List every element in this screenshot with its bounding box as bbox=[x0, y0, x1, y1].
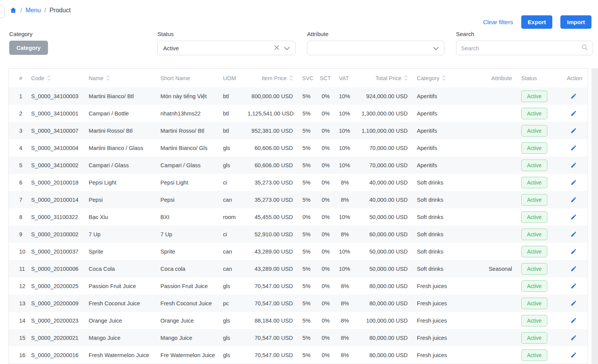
cell-action bbox=[553, 208, 588, 226]
cell-status: Active bbox=[517, 226, 553, 243]
status-badge[interactable]: Active bbox=[521, 194, 547, 206]
column-header-category[interactable]: Category bbox=[412, 69, 474, 87]
edit-pencil-icon[interactable] bbox=[569, 195, 578, 204]
breadcrumb-separator: / bbox=[20, 7, 22, 14]
export-button[interactable]: Export bbox=[521, 15, 553, 29]
status-select[interactable]: Active bbox=[157, 41, 296, 55]
status-badge[interactable]: Active bbox=[521, 160, 547, 171]
status-badge[interactable]: Active bbox=[521, 263, 547, 275]
sidebar-edge-stub[interactable] bbox=[0, 6, 5, 18]
status-badge[interactable]: Active bbox=[521, 246, 547, 257]
status-badge[interactable]: Active bbox=[521, 332, 547, 344]
breadcrumb-menu-link[interactable]: Menu bbox=[25, 7, 41, 14]
column-header-name[interactable]: Name bbox=[84, 69, 156, 87]
sort-icon[interactable] bbox=[289, 75, 293, 81]
cell-short_name: Martini Bianco/ Gls bbox=[156, 139, 218, 156]
cell-item_price: 800,000.00 USD bbox=[243, 87, 297, 105]
search-input[interactable] bbox=[461, 45, 581, 51]
edit-pencil-icon[interactable] bbox=[569, 178, 578, 187]
cell-num: 11 bbox=[9, 260, 26, 277]
cell-attribute bbox=[474, 312, 517, 329]
cell-status: Active bbox=[517, 208, 553, 226]
table-row: 9S_0000_201000027 Up7 Upci52,910.00 USD5… bbox=[9, 226, 588, 243]
status-badge[interactable]: Active bbox=[521, 177, 547, 188]
status-badge[interactable]: Active bbox=[521, 229, 547, 240]
cell-uom: btl bbox=[218, 122, 243, 139]
edit-pencil-icon[interactable] bbox=[569, 126, 578, 135]
cell-status: Active bbox=[517, 243, 553, 260]
cell-name: 7 Up bbox=[84, 226, 156, 243]
cell-status: Active bbox=[517, 105, 553, 122]
edit-pencil-icon[interactable] bbox=[569, 264, 578, 273]
cell-status: Active bbox=[517, 156, 553, 174]
edit-pencil-icon[interactable] bbox=[569, 298, 578, 308]
cell-code: S_0000_34100003 bbox=[26, 87, 84, 105]
edit-pencil-icon[interactable] bbox=[569, 109, 578, 118]
edit-pencil-icon[interactable] bbox=[569, 143, 578, 153]
edit-pencil-icon[interactable] bbox=[569, 212, 578, 222]
sort-icon[interactable] bbox=[106, 75, 110, 81]
cell-action bbox=[553, 156, 588, 174]
cell-sct: 0% bbox=[315, 346, 334, 364]
cell-attribute bbox=[474, 295, 517, 312]
column-header-total_price[interactable]: Total Price bbox=[354, 69, 412, 87]
cell-short_name: Martini Rosso/ Btl bbox=[156, 122, 218, 139]
cell-name: Campari / Bottle bbox=[84, 105, 156, 122]
chevron-down-icon[interactable] bbox=[433, 45, 439, 51]
status-badge[interactable]: Active bbox=[521, 298, 547, 309]
cell-svc: 5% bbox=[297, 105, 315, 122]
column-header-item_price[interactable]: Item Price bbox=[243, 69, 297, 87]
edit-pencil-icon[interactable] bbox=[569, 333, 578, 343]
cell-sct: 0% bbox=[315, 243, 334, 260]
table-row: 6S_0000_20100018Pepsi LightPepsi Lightci… bbox=[9, 174, 588, 191]
cell-uom: btl bbox=[218, 105, 243, 122]
column-header-code[interactable]: Code bbox=[26, 69, 84, 87]
edit-pencil-icon[interactable] bbox=[569, 247, 578, 256]
edit-pencil-icon[interactable] bbox=[569, 229, 578, 239]
cell-name: Pepsi bbox=[84, 191, 156, 208]
chevron-down-icon[interactable] bbox=[284, 45, 290, 51]
status-badge[interactable]: Active bbox=[521, 211, 547, 223]
cell-uom: gls bbox=[218, 156, 243, 174]
column-header-label: Total Price bbox=[375, 75, 401, 81]
cell-attribute bbox=[474, 139, 517, 156]
cell-status: Active bbox=[517, 329, 553, 346]
sort-icon[interactable] bbox=[442, 75, 446, 81]
attribute-select[interactable] bbox=[307, 41, 444, 55]
sort-icon[interactable] bbox=[404, 75, 408, 81]
cell-svc: 5% bbox=[297, 329, 315, 346]
status-badge[interactable]: Active bbox=[521, 142, 547, 154]
column-header-status: Status bbox=[517, 69, 553, 87]
sort-icon[interactable] bbox=[47, 75, 51, 81]
edit-pencil-icon[interactable] bbox=[569, 91, 578, 101]
scrollbar-track[interactable] bbox=[591, 68, 598, 364]
cell-action bbox=[553, 122, 588, 139]
status-badge[interactable]: Active bbox=[521, 280, 547, 292]
cell-name: Orange Juice bbox=[84, 312, 156, 329]
category-filter-button[interactable]: Category bbox=[9, 41, 48, 55]
cell-code: S_0000_20100006 bbox=[26, 260, 84, 277]
clear-filters-link[interactable]: Clear filters bbox=[483, 19, 513, 26]
status-badge[interactable]: Active bbox=[521, 91, 547, 102]
cell-category: Aperitifs bbox=[412, 105, 474, 122]
edit-pencil-icon[interactable] bbox=[569, 350, 578, 360]
clear-icon[interactable] bbox=[274, 45, 279, 51]
cell-name: Martini Bianco / Glass bbox=[84, 139, 156, 156]
status-badge[interactable]: Active bbox=[521, 349, 547, 361]
cell-item_price: 60,606.00 USD bbox=[243, 156, 297, 174]
status-badge[interactable]: Active bbox=[521, 108, 547, 119]
cell-category: Fresh juices bbox=[412, 346, 474, 364]
edit-pencil-icon[interactable] bbox=[569, 316, 578, 325]
search-icon[interactable] bbox=[581, 44, 588, 52]
edit-pencil-icon[interactable] bbox=[569, 281, 578, 291]
cell-name: Campari / Glass bbox=[84, 156, 156, 174]
cell-total_price: 1,100,000.00 USD bbox=[354, 122, 412, 139]
import-button[interactable]: Import bbox=[560, 15, 591, 29]
edit-pencil-icon[interactable] bbox=[569, 160, 578, 170]
cell-svc: 5% bbox=[297, 295, 315, 312]
status-badge[interactable]: Active bbox=[521, 315, 547, 326]
cell-num: 9 bbox=[9, 226, 26, 243]
status-badge[interactable]: Active bbox=[521, 125, 547, 137]
home-icon[interactable] bbox=[10, 7, 17, 14]
column-header-label: Item Price bbox=[262, 75, 287, 81]
